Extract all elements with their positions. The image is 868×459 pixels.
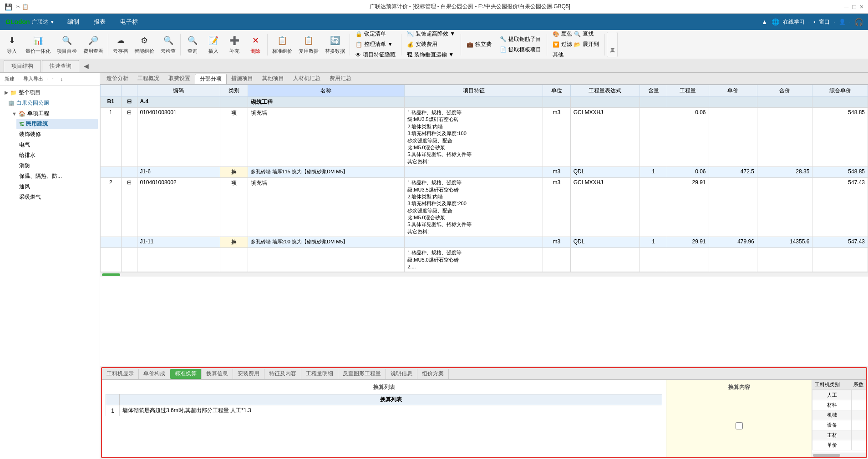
move-down-btn[interactable]: ↓ <box>58 76 66 83</box>
import-btn[interactable]: ⬇ 导入 <box>2 32 22 57</box>
h-scrollbar[interactable] <box>100 272 868 277</box>
replace-data-btn[interactable]: 🔄 替换数据 <box>322 32 348 57</box>
main-table: 编码 类别 名称 项目特征 单位 工程量表达式 含量 工程量 单价 合价 综合单… <box>100 85 868 272</box>
btab-install-fee[interactable]: 安装费用 <box>233 369 264 379</box>
organize-list-btn[interactable]: 📋 整理清单 ▼ <box>353 40 398 49</box>
install-fee-btn[interactable]: 💰 安装费用 <box>404 40 458 49</box>
tree-project[interactable]: 🏢 白果公园公厕 <box>5 98 98 108</box>
filter-btn[interactable]: 🔽 过滤 📂 展开到 <box>550 40 602 49</box>
cell-class <box>220 97 248 108</box>
th-name: 名称 <box>248 85 405 97</box>
logo-dropdown-icon[interactable]: ▼ <box>50 20 55 25</box>
install-fee-label: 安装费用 <box>416 40 437 48</box>
qty-price-btn[interactable]: 📊 量价一体化 <box>23 32 53 57</box>
sep6 <box>461 34 461 55</box>
self-check-btn[interactable]: 🔍 项目自检 <box>54 32 80 57</box>
btab-qty-detail[interactable]: 工程量明细 <box>301 369 338 379</box>
insert-btn[interactable]: 📝 插入 <box>203 32 223 57</box>
tree-heat[interactable]: 采暖燃气 <box>16 192 98 202</box>
supplement-btn[interactable]: ➕ 补充 <box>224 32 244 57</box>
cloud-archive-btn[interactable]: ☁ 云存档 <box>110 32 131 57</box>
color-btn[interactable]: 🎨 颜色 🔍 查找 <box>550 30 602 39</box>
smart-price-btn[interactable]: ⚙ 智能组价 <box>132 32 157 57</box>
collapse-sidebar-btn[interactable]: ◀ <box>84 62 89 70</box>
btab-std-convert[interactable]: 标准换算 <box>170 369 202 379</box>
extract-rebar-btn[interactable]: 🔧 提取钢筋子目 <box>497 35 544 44</box>
window-label[interactable]: 窗口 <box>819 18 830 26</box>
other-btn[interactable]: 其他 <box>550 50 602 59</box>
menu-electronic[interactable]: 电子标 <box>113 14 145 30</box>
tools-panel-btn[interactable]: 工具 <box>607 32 618 57</box>
tab-project-structure[interactable]: 项目结构 <box>4 60 41 72</box>
tree-water[interactable]: 给排水 <box>16 150 98 161</box>
tree-decor[interactable]: 装饰装修 <box>16 129 98 140</box>
tree-fire[interactable]: 消防 <box>16 161 98 171</box>
cell-collapse[interactable]: ⊟ <box>121 178 137 237</box>
table-row[interactable]: 1 ⊟ 010401008001 项 填充墙 1.砖品种、规格、强度等级:MU3… <box>101 108 868 167</box>
btab-convert-info[interactable]: 换算信息 <box>202 369 233 379</box>
std-price-btn[interactable]: 📋 标准组价 <box>269 32 295 57</box>
btab-note[interactable]: 说明信息 <box>386 369 417 379</box>
table-row[interactable]: 1.砖品种、规格、强度等级:MU5.0煤矸石空心砖2.... <box>101 248 868 272</box>
subtab-other[interactable]: 其他项目 <box>258 74 289 84</box>
ind-fee-btn[interactable]: 💼 独立费 <box>464 40 494 49</box>
conversion-checkbox[interactable] <box>736 422 743 429</box>
subtab-measures[interactable]: 措施项目 <box>227 74 258 84</box>
btab-labor[interactable]: 工料机显示 <box>102 369 139 379</box>
hide-feature-btn[interactable]: 👁 项目特征隐藏 <box>353 50 398 59</box>
right-scrollbar[interactable] <box>812 453 866 457</box>
table-row[interactable]: J1-6 换 多孔砖墙 墙厚115 换为【砌筑砂浆DM M5】 m3 QDL 1… <box>101 167 868 178</box>
delete-btn[interactable]: ✕ 删除 <box>245 32 265 57</box>
list-item[interactable]: 1 墙体砌筑层高超过3.6m时,其超出部分工程量 人工*1.3 <box>106 405 662 416</box>
import-export-btn[interactable]: 导入导出 <box>20 75 46 83</box>
extract-template-btn[interactable]: 📄 提取模板项目 <box>497 45 544 55</box>
btab-price-plan[interactable]: 组价方案 <box>417 369 449 379</box>
window-controls[interactable]: ─ □ × <box>844 3 863 10</box>
tree-single-project[interactable]: ▼ 🏠 单项工程 <box>9 108 98 119</box>
vertical-transport-btn[interactable]: 🏗 装饰垂直运输 ▼ <box>404 50 458 59</box>
maximize-btn[interactable]: □ <box>852 3 856 10</box>
table-row[interactable]: 2 ⊟ 010401008002 项 填充墙 1.砖品种、规格、强度等级:MU3… <box>101 178 868 237</box>
tree-civil[interactable]: 🏗 民用建筑 <box>16 119 98 129</box>
online-study-label[interactable]: 在线学习 <box>783 18 805 26</box>
cell-seq <box>101 167 122 178</box>
cell-collapse[interactable]: ⊟ <box>121 97 137 108</box>
btab-feature[interactable]: 特征及内容 <box>264 369 301 379</box>
fire-tree-label: 消防 <box>19 162 30 170</box>
subtab-cost-analysis[interactable]: 造价分析 <box>102 74 133 84</box>
subtab-project-overview[interactable]: 工程概况 <box>133 74 164 84</box>
tree-insulation[interactable]: 保温、隔热、防... <box>16 171 98 182</box>
close-btn[interactable]: × <box>860 3 863 10</box>
table-row[interactable]: J1-11 换 多孔砖墙 墙厚200 换为【砌筑砂浆DM M5】 m3 QDL … <box>101 237 868 248</box>
subtab-labor-summary[interactable]: 人材机汇总 <box>289 74 325 84</box>
minimize-btn[interactable]: ─ <box>844 3 848 10</box>
table-area[interactable]: 编码 类别 名称 项目特征 单位 工程量表达式 含量 工程量 单价 合价 综合单… <box>100 85 868 366</box>
delete-icon: ✕ <box>249 34 262 47</box>
decor-high-btn[interactable]: 📉 装饰超高降效 ▼ <box>404 30 458 39</box>
menu-edit[interactable]: 编制 <box>60 14 86 30</box>
cloud-check-btn[interactable]: 🔍 云检查 <box>158 32 178 57</box>
lock-list-btn[interactable]: 🔒 锁定清单 <box>353 30 398 39</box>
extract-rebar-icon: 🔧 <box>500 36 507 42</box>
new-btn[interactable]: 新建 <box>2 75 17 83</box>
cell-collapse[interactable]: ⊟ <box>121 108 137 167</box>
cell-qty: 29.91 <box>667 178 709 237</box>
reuse-data-btn[interactable]: 📋 复用数据 <box>296 32 321 57</box>
menu-report[interactable]: 报表 <box>86 14 113 30</box>
cell-qty-factor <box>640 248 667 272</box>
subtab-fee-setting[interactable]: 取费设置 <box>164 74 195 84</box>
btab-check-graph[interactable]: 反查图形工程量 <box>338 369 386 379</box>
tree-vent[interactable]: 通风 <box>16 182 98 192</box>
fee-view-btn[interactable]: 🔎 费用查看 <box>81 32 106 57</box>
titlebar: 💾 ✂ 📋 广联达预算计价 - [投标管理 - 白果公园公厕 - E:/中央公园… <box>0 0 868 14</box>
table-row[interactable]: B1 ⊟ A.4 砌筑工程 <box>101 97 868 108</box>
tree-whole-project[interactable]: ▶ 📁 整个项目 <box>2 87 98 98</box>
tab-quick-query[interactable]: 快速查询 <box>42 60 79 72</box>
tree-electric[interactable]: 电气 <box>16 140 98 150</box>
btab-price-comp[interactable]: 单价构成 <box>139 369 170 379</box>
subtab-fee-summary[interactable]: 费用汇总 <box>325 74 356 84</box>
query-btn[interactable]: 🔍 查询 <box>183 32 203 57</box>
subtab-section[interactable]: 分部分项 <box>195 74 227 84</box>
move-up-btn[interactable]: ↑ <box>49 76 57 83</box>
coeff-label: 系数 <box>853 381 863 388</box>
